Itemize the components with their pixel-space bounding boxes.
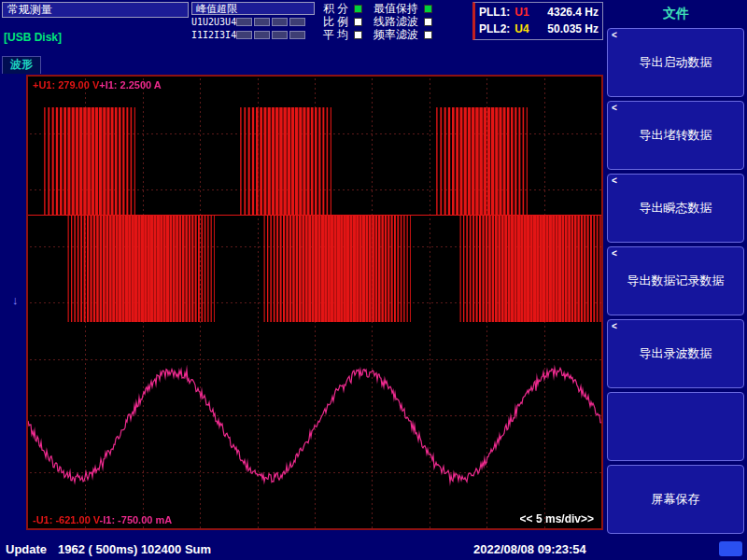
- peak-indicator-i4: [289, 31, 305, 39]
- sidebar-button-label: 导出堵转数据: [640, 127, 712, 144]
- freq-filter-row: 频率滤波: [374, 28, 432, 41]
- tab-waveform[interactable]: 波形: [2, 56, 41, 74]
- sidebar-button-label: 导出录波数据: [640, 345, 712, 362]
- peak-limit-title: 峰值超限: [191, 2, 315, 15]
- calc-mode-panel: 积 分 比 例 平 均: [323, 2, 362, 41]
- usb-disk-status: [USB Disk]: [4, 31, 62, 44]
- pll2-source: U4: [514, 22, 529, 35]
- line-filter-checkbox[interactable]: [424, 18, 432, 26]
- peak-indicator-i1: [236, 31, 252, 39]
- i1-min-reading: -I1: -750.00 mA: [100, 514, 173, 525]
- sidebar-button-export-startup-data[interactable]: < 导出启动数据: [607, 28, 744, 97]
- timebase-label: << 5 ms/div>>: [520, 512, 594, 525]
- peak-indicator-u1: [236, 18, 252, 26]
- average-checkbox[interactable]: [354, 31, 362, 39]
- update-info: 1962 ( 500ms) 102400 Sum: [58, 542, 211, 556]
- chevron-left-icon: <: [612, 175, 617, 186]
- peak-limit-current-row: I1I2I3I4: [191, 29, 315, 41]
- sidebar-button-label: 导出数据记录数据: [627, 273, 725, 289]
- peak-indicator-u2: [254, 18, 270, 26]
- freq-filter-checkbox[interactable]: [424, 31, 432, 39]
- pll2-row: PLL2: U4 50.035 Hz: [479, 21, 599, 37]
- max-hold-checkbox[interactable]: [424, 5, 432, 13]
- waveform-canvas: [28, 77, 601, 528]
- ratio-checkbox[interactable]: [354, 18, 362, 26]
- chevron-left-icon: <: [612, 321, 617, 331]
- file-menu-sidebar: 文件 < 导出启动数据 < 导出堵转数据 < 导出瞬态数据 < 导出数据记录数据…: [605, 0, 747, 538]
- trigger-marker-icon: ↓: [12, 293, 19, 307]
- datetime: 2022/08/08 09:23:54: [473, 542, 586, 556]
- sidebar-title: 文件: [605, 0, 747, 28]
- peak-indicator-u3: [272, 18, 288, 26]
- update-label: Update: [6, 542, 47, 556]
- pll1-row: PLL1: U1 4326.4 Hz: [479, 4, 599, 21]
- trace-readings-bottom: -U1: -621.00 V-I1: -750.00 mA: [33, 514, 172, 525]
- peak-limit-panel: 峰值超限 U1U2U3U4 I1I2I3I4: [191, 2, 315, 41]
- filter-panel: 最值保持 线路滤波 频率滤波: [374, 2, 432, 41]
- sidebar-button-export-datalog-data[interactable]: < 导出数据记录数据: [607, 246, 744, 315]
- chevron-left-icon: <: [612, 30, 617, 40]
- sidebar-button-export-stall-data[interactable]: < 导出堵转数据: [607, 101, 744, 170]
- status-indicator-chip: [719, 541, 742, 556]
- current-channels-label: I1I2I3I4: [191, 30, 234, 40]
- integration-checkbox[interactable]: [354, 5, 362, 13]
- power-analyzer-screen: 常规测量 [USB Disk] 峰值超限 U1U2U3U4 I1I2I3I4 积…: [0, 0, 747, 560]
- voltage-channels-label: U1U2U3U4: [191, 17, 234, 27]
- peak-indicator-u4: [289, 18, 305, 26]
- sidebar-button-export-transient-data[interactable]: < 导出瞬态数据: [607, 174, 744, 243]
- pll-panel: PLL1: U1 4326.4 Hz PLL2: U4 50.035 Hz: [472, 2, 603, 40]
- i1-max-reading: +I1: 2.2500 A: [99, 79, 162, 91]
- average-row: 平 均: [323, 28, 362, 41]
- calc-char: 平: [323, 27, 337, 43]
- mode-title: 常规测量: [2, 2, 189, 18]
- pll1-frequency: 4326.4 Hz: [547, 6, 599, 19]
- sidebar-button-screen-save[interactable]: 屏幕保存: [607, 465, 744, 534]
- u1-max-reading: +U1: 279.00 V: [33, 79, 99, 91]
- trace-readings-top: +U1: 279.00 V+I1: 2.2500 A: [33, 79, 162, 91]
- peak-indicator-i3: [272, 31, 288, 39]
- freq-filter-label: 频率滤波: [374, 27, 421, 43]
- sidebar-button-label: 导出启动数据: [640, 54, 712, 71]
- pll2-label: PLL2:: [479, 22, 510, 35]
- pll1-source: U1: [514, 6, 529, 19]
- chevron-left-icon: <: [612, 103, 617, 113]
- sidebar-button-label: 导出瞬态数据: [640, 200, 712, 217]
- calc-char: 均: [337, 27, 351, 43]
- chevron-left-icon: <: [612, 248, 617, 259]
- u1-min-reading: -U1: -621.00 V: [33, 514, 100, 525]
- pll2-frequency: 50.035 Hz: [547, 22, 599, 35]
- pll1-label: PLL1:: [479, 6, 510, 19]
- waveform-plot: +U1: 279.00 V+I1: 2.2500 A -U1: -621.00 …: [26, 75, 603, 530]
- sidebar-button-empty[interactable]: [607, 392, 744, 461]
- sidebar-button-label: 屏幕保存: [652, 491, 700, 508]
- peak-limit-voltage-row: U1U2U3U4: [191, 16, 315, 28]
- status-bar: Update 1962 ( 500ms) 102400 Sum 2022/08/…: [0, 538, 747, 560]
- peak-indicator-i2: [254, 31, 270, 39]
- sidebar-button-export-waveform-record[interactable]: < 导出录波数据: [607, 319, 744, 388]
